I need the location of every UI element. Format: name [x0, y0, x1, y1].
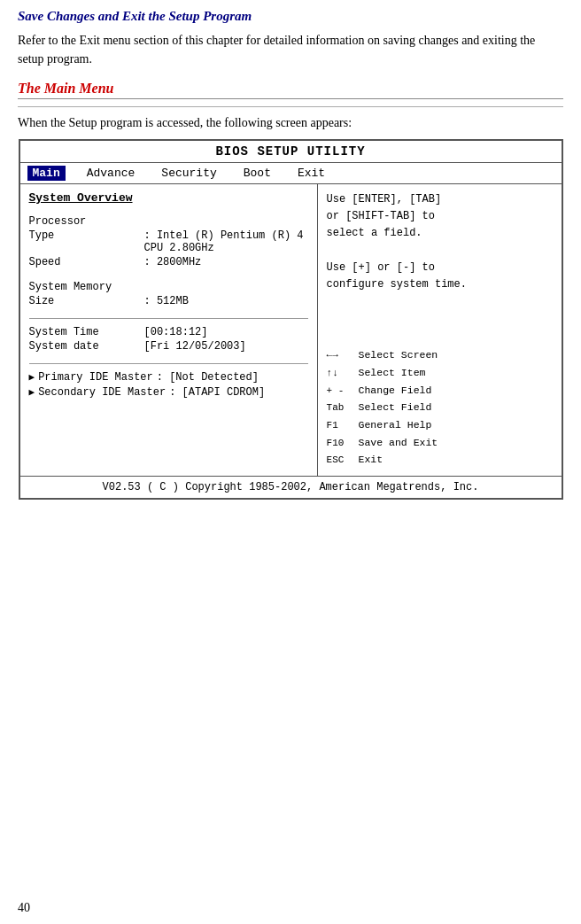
bios-menu-main[interactable]: Main	[27, 166, 66, 181]
processor-block: Processor Type : Intel (R) Pentium (R) 4…	[29, 214, 308, 268]
page-header-title: Save Changes and Exit the Setup Program	[18, 9, 563, 24]
key-general-help-label: General Help	[359, 416, 432, 434]
bios-screen: BIOS SETUP UTILITY Main Advance Security…	[19, 139, 563, 500]
page-number: 40	[18, 901, 30, 915]
bios-copyright: V02.53 ( C ) Copyright 1985-2002, Americ…	[103, 481, 479, 493]
key-change-field: + - Change Field	[327, 382, 553, 400]
key-save-exit: F10 Save and Exit	[327, 434, 553, 452]
key-change-field-label: Change Field	[359, 382, 432, 400]
bios-titlebar: BIOS SETUP UTILITY	[20, 141, 562, 163]
key-general-help: F1 General Help	[327, 416, 553, 434]
bios-menubar: Main Advance Security Boot Exit	[20, 163, 562, 184]
system-date-row: System date [Fri 12/05/2003]	[29, 340, 308, 353]
date-label: System date	[29, 340, 144, 353]
size-label: Size	[29, 295, 144, 307]
key-select-field: Tab Select Field	[327, 399, 553, 416]
key-arrow-ud-icon: ↑↓	[327, 365, 353, 382]
primary-ide-label: Primary IDE Master	[38, 371, 153, 384]
ide-block: ▶ Primary IDE Master : [Not Detected] ▶ …	[29, 371, 308, 399]
key-tab-icon: Tab	[327, 400, 353, 416]
primary-ide-arrow: ▶	[29, 371, 35, 383]
help-line2: or [SHIFT-TAB] to	[327, 208, 553, 225]
key-plusminus-icon: + -	[327, 383, 353, 400]
memory-label: System Memory	[29, 279, 308, 295]
system-time-row: System Time [00:18:12]	[29, 326, 308, 338]
bios-menu-security[interactable]: Security	[156, 166, 221, 181]
key-select-screen-label: Select Screen	[359, 346, 438, 364]
time-date-block: System Time [00:18:12] System date [Fri …	[29, 326, 308, 353]
bios-menu-exit[interactable]: Exit	[292, 166, 330, 181]
primary-ide-row: ▶ Primary IDE Master : [Not Detected]	[29, 371, 308, 384]
secondary-ide-value: : [ATAPI CDROM]	[169, 386, 265, 399]
bios-section-title: System Overview	[29, 191, 308, 205]
size-value: : 512MB	[144, 295, 189, 307]
type-value: : Intel (R) Pentium (R) 4 CPU 2.80GHz	[144, 229, 308, 254]
date-value: [Fri 12/05/2003]	[144, 340, 246, 353]
bios-footer: V02.53 ( C ) Copyright 1985-2002, Americ…	[20, 477, 562, 498]
key-select-screen: ←→ Select Screen	[327, 346, 553, 364]
key-exit: ESC Exit	[327, 451, 553, 469]
key-f10-icon: F10	[327, 435, 353, 452]
memory-block: System Memory Size : 512MB	[29, 279, 308, 307]
bios-left-panel: System Overview Processor Type : Intel (…	[20, 184, 318, 476]
secondary-ide-label: Secondary IDE Master	[38, 386, 166, 399]
memory-size-row: Size : 512MB	[29, 295, 308, 307]
bios-menu-advance[interactable]: Advance	[81, 166, 141, 181]
key-select-field-label: Select Field	[359, 399, 432, 416]
bios-menu-boot[interactable]: Boot	[238, 166, 276, 181]
processor-label: Processor	[29, 214, 308, 229]
time-label: System Time	[29, 326, 144, 338]
speed-label: Speed	[29, 256, 144, 268]
secondary-ide-arrow: ▶	[29, 386, 35, 398]
bios-title: BIOS SETUP UTILITY	[215, 144, 365, 159]
type-label: Type	[29, 229, 144, 242]
key-arrow-lr-icon: ←→	[327, 347, 353, 364]
secondary-ide-row: ▶ Secondary IDE Master : [ATAPI CDROM]	[29, 386, 308, 399]
primary-ide-value: : [Not Detected]	[157, 371, 259, 384]
bios-right-panel: Use [ENTER], [TAB] or [SHIFT-TAB] to sel…	[318, 184, 562, 476]
bios-body: System Overview Processor Type : Intel (…	[20, 184, 562, 477]
key-esc-icon: ESC	[327, 452, 353, 469]
processor-type-row: Type : Intel (R) Pentium (R) 4 CPU 2.80G…	[29, 229, 308, 254]
section-title: The Main Menu	[18, 81, 563, 99]
key-select-item: ↑↓ Select Item	[327, 364, 553, 382]
help-line1: Use [ENTER], [TAB]	[327, 191, 553, 208]
bios-help-text: Use [ENTER], [TAB] or [SHIFT-TAB] to sel…	[327, 191, 553, 293]
key-f1-icon: F1	[327, 417, 353, 434]
section-intro: When the Setup program is accessed, the …	[18, 116, 563, 130]
processor-speed-row: Speed : 2800MHz	[29, 256, 308, 268]
key-select-item-label: Select Item	[359, 364, 426, 382]
help-line5: Use [+] or [-] to	[327, 260, 553, 276]
key-save-exit-label: Save and Exit	[359, 434, 438, 452]
key-exit-label: Exit	[359, 451, 383, 469]
help-line6: configure system time.	[327, 276, 553, 293]
intro-paragraph: Refer to the Exit menu section of this c…	[18, 31, 563, 68]
bios-key-legend: ←→ Select Screen ↑↓ Select Item + - Chan…	[327, 346, 553, 469]
time-value: [00:18:12]	[144, 326, 208, 338]
help-line3: select a field.	[327, 225, 553, 242]
speed-value: : 2800MHz	[144, 256, 202, 268]
